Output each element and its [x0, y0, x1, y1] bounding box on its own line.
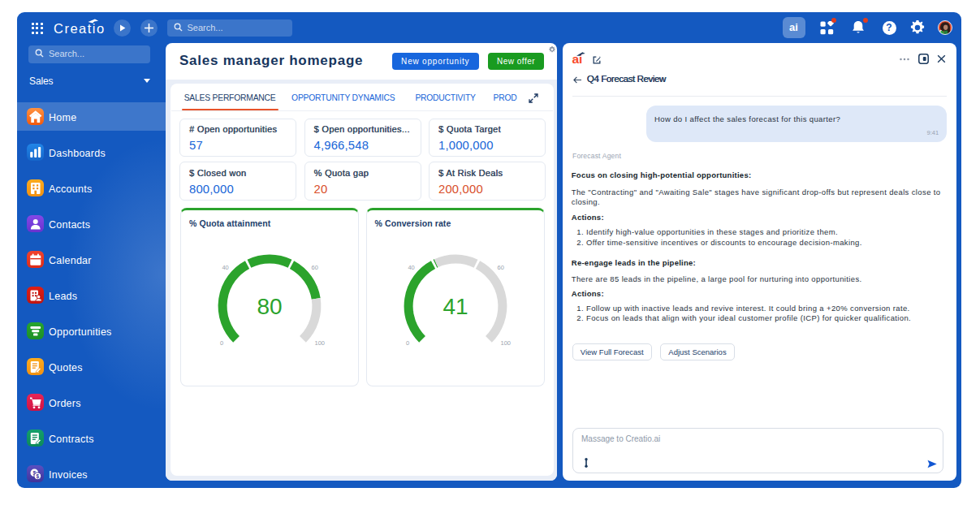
svg-text:0: 0 [405, 339, 408, 347]
svg-text:41: 41 [443, 294, 468, 319]
svg-text:$: $ [36, 473, 39, 479]
svg-text:0: 0 [220, 339, 223, 347]
svg-text:60: 60 [312, 264, 318, 271]
svg-text:40: 40 [408, 264, 414, 271]
svg-text:100: 100 [315, 339, 326, 347]
svg-text:100: 100 [500, 339, 511, 347]
svg-text:60: 60 [497, 264, 503, 271]
svg-text:80: 80 [257, 294, 282, 319]
svg-text:40: 40 [222, 264, 228, 271]
